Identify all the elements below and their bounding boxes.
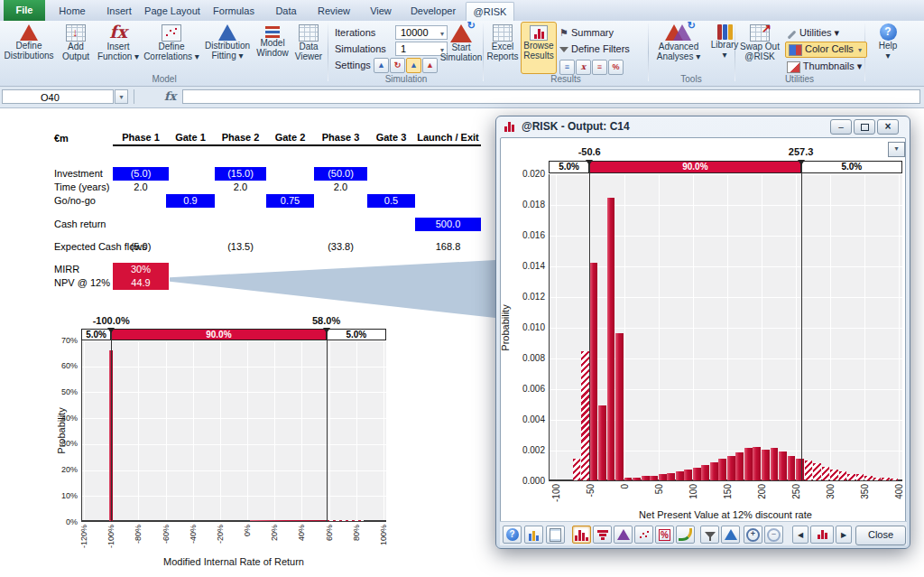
- simulation-settings-icon[interactable]: ▲: [374, 58, 389, 73]
- ribbon-button-data-viewer[interactable]: DataViewer: [291, 22, 326, 72]
- zoom-in-button[interactable]: +: [744, 526, 762, 544]
- close-button[interactable]: Close: [855, 526, 906, 545]
- delimiter-line[interactable]: [111, 329, 112, 522]
- tornado-button[interactable]: [593, 526, 612, 544]
- tab-formulas[interactable]: Formulas: [208, 2, 260, 20]
- next-output-button[interactable]: ▶: [836, 526, 852, 544]
- sheet-cell[interactable]: 0.75: [266, 194, 314, 208]
- delimiter-marker[interactable]: [323, 328, 330, 333]
- library-button[interactable]: Library ▾: [707, 22, 742, 72]
- distribution-fit-button[interactable]: [721, 526, 740, 544]
- button-label: Insert: [106, 42, 129, 51]
- sort-tornado-icon[interactable]: ≡: [592, 60, 607, 75]
- ribbon-button-insert-function-[interactable]: fxInsertFunction ▾: [95, 22, 142, 72]
- button-label: Viewer: [295, 51, 322, 61]
- report-settings-button[interactable]: [524, 526, 543, 544]
- tab--risk[interactable]: @RISK: [466, 2, 514, 21]
- tab-review[interactable]: Review: [310, 2, 357, 20]
- help-button[interactable]: ? Help ▾: [872, 22, 904, 72]
- insert-statistic-icon[interactable]: x: [576, 60, 591, 75]
- sheet-cell[interactable]: 0.9: [166, 194, 215, 208]
- start-simulation-button[interactable]: ↻ Start Simulation: [440, 22, 482, 72]
- sheet-cell[interactable]: 2.0: [314, 181, 367, 194]
- tab-file[interactable]: File: [4, 0, 45, 21]
- chevron-down-icon: ▾: [885, 51, 890, 60]
- random-static-toggle-icon[interactable]: ↻: [390, 58, 405, 73]
- advanced-analyses-button[interactable]: ↻ Advanced Analyses ▾: [651, 22, 706, 72]
- name-box[interactable]: O40: [2, 89, 114, 104]
- x-tick-label: 250: [791, 484, 801, 507]
- tab-insert[interactable]: Insert: [99, 2, 139, 20]
- tab-home[interactable]: Home: [51, 2, 94, 20]
- ribbon-button-define-correlations-[interactable]: DefineCorrelations ▾: [143, 22, 200, 72]
- insert-function-icon[interactable]: fx: [164, 89, 176, 103]
- cumulative-button[interactable]: [676, 526, 695, 544]
- y-tick-label: 0.012: [511, 292, 545, 302]
- sheet-cell[interactable]: 168.8: [415, 240, 481, 254]
- tab-developer[interactable]: Developer: [404, 2, 462, 20]
- sheet-cell[interactable]: (50.0): [314, 167, 367, 181]
- sheet-cell[interactable]: 2.0: [113, 181, 169, 194]
- sheet-cell[interactable]: (13.5): [215, 240, 266, 254]
- define-filters-button[interactable]: Define Filters: [559, 43, 630, 54]
- ribbon-button-define-distributions[interactable]: DefineDistributions: [1, 22, 57, 72]
- utilities-menu-button[interactable]: Utilities ▾: [787, 27, 839, 39]
- edit-and-export-button[interactable]: [546, 526, 565, 544]
- scatter-button[interactable]: [634, 526, 653, 544]
- chevron-down-icon[interactable]: ▾: [856, 46, 864, 54]
- chart-options-dropdown[interactable]: ▾: [888, 142, 905, 157]
- excel-reports-button[interactable]: Excel Reports: [486, 22, 519, 72]
- percentile-icon[interactable]: %: [608, 60, 624, 75]
- swap-out-risk-button[interactable]: ↗ Swap Out @RISK: [738, 22, 781, 72]
- help-button[interactable]: ?: [503, 526, 522, 544]
- overlay-button[interactable]: [614, 526, 633, 544]
- ribbon-button-add-output[interactable]: ↓AddOutput: [58, 22, 94, 72]
- percentile-button[interactable]: %: [655, 526, 674, 544]
- color-cells-button[interactable]: Color Cells ▾: [785, 42, 867, 58]
- sheet-cell[interactable]: 2.0: [215, 181, 266, 194]
- y-tick-label: 0.010: [511, 322, 545, 332]
- minimize-button[interactable]: –: [830, 119, 852, 135]
- browse-results-button[interactable]: Browse Results: [521, 22, 557, 74]
- y-tick-label: 0.002: [511, 445, 545, 455]
- previous-output-button[interactable]: ◀: [792, 526, 808, 544]
- tab-view[interactable]: View: [363, 2, 399, 20]
- delimiter-line[interactable]: [327, 329, 328, 522]
- histogram-button[interactable]: [572, 526, 591, 544]
- delimiter-marker[interactable]: [586, 160, 593, 165]
- simulations-label: Simulations: [335, 43, 386, 54]
- maximize-button[interactable]: [854, 119, 875, 135]
- name-box-dropdown-icon[interactable]: ▾: [115, 89, 128, 104]
- formula-input[interactable]: [182, 89, 920, 104]
- delimiter-marker[interactable]: [107, 328, 115, 333]
- sheet-cell[interactable]: (5.0): [113, 167, 169, 181]
- show-graph-toggle-icon[interactable]: ▲: [406, 58, 421, 73]
- x-tick-label: 400: [894, 484, 904, 507]
- tab-page-layout[interactable]: Page Layout: [143, 2, 202, 20]
- sheet-cell[interactable]: 44.9: [113, 276, 169, 290]
- thumbnails-button[interactable]: Thumbnails ▾: [787, 60, 862, 73]
- zoom-out-button[interactable]: –: [764, 526, 783, 544]
- sheet-cell[interactable]: (33.8): [314, 240, 367, 254]
- ribbon-button-model-window[interactable]: ModelWindow: [254, 22, 291, 72]
- sheet-cell[interactable]: (15.0): [215, 167, 266, 181]
- report-window-icon[interactable]: ≡: [559, 60, 575, 75]
- demo-mode-icon[interactable]: ▲: [422, 58, 438, 73]
- filter-button[interactable]: [700, 526, 719, 544]
- tab-data[interactable]: Data: [267, 2, 305, 20]
- delimiter-line[interactable]: [801, 161, 802, 481]
- browse-cell-button[interactable]: [810, 526, 834, 544]
- sheet-cell[interactable]: (5.0): [113, 240, 169, 254]
- gridline: [550, 174, 902, 175]
- delimiter-marker[interactable]: [798, 160, 805, 165]
- close-window-button[interactable]: ×: [877, 119, 899, 135]
- window-title-bar[interactable]: @RISK - Output: C14 – ×: [496, 116, 910, 137]
- histogram-bar: [727, 456, 735, 480]
- button-label: Output: [62, 51, 89, 61]
- sheet-cell[interactable]: 500.0: [415, 218, 481, 231]
- ribbon-button-distribution-fitting-[interactable]: DistributionFitting ▾: [201, 22, 254, 72]
- summary-button[interactable]: ⚑ Summary: [559, 27, 614, 39]
- delimiter-line[interactable]: [589, 161, 590, 481]
- sheet-cell[interactable]: 0.5: [367, 194, 415, 208]
- sheet-cell[interactable]: 30%: [113, 263, 169, 276]
